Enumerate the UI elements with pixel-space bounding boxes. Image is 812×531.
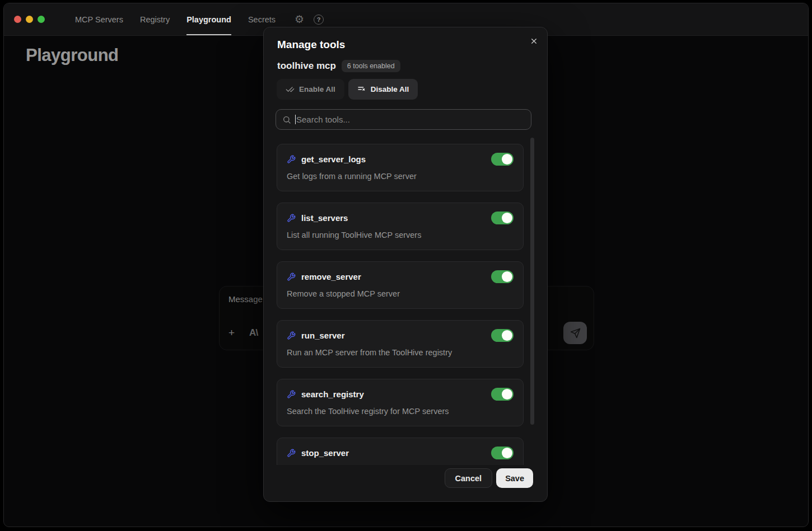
minimize-window-button[interactable] [26,16,33,23]
text-caret [295,115,296,124]
tool-toggle[interactable] [491,153,514,166]
tool-toggle[interactable] [491,447,514,459]
enable-all-label: Enable All [299,85,335,93]
tool-toggle[interactable] [491,388,514,401]
close-dialog-button[interactable] [528,35,539,46]
toggle-knob [502,154,512,165]
toggle-knob [502,389,512,400]
tool-card: search_registry Search the ToolHive regi… [277,379,524,426]
help-icon[interactable]: ? [314,15,324,25]
search-box [276,109,531,130]
tool-toggle[interactable] [491,270,514,283]
main-nav: MCP ServersRegistryPlaygroundSecrets [68,3,282,35]
window-controls [14,16,45,23]
tool-card-header: list_servers [287,212,514,224]
tool-toggle[interactable] [491,212,514,224]
dialog-title: Manage tools [277,39,345,51]
tool-description: Run an MCP server from the ToolHive regi… [287,348,514,357]
tool-card: remove_server Remove a stopped MCP serve… [277,261,524,309]
nav-tab-mcp-servers[interactable]: MCP Servers [68,3,130,35]
list-x-icon [357,85,366,94]
tool-card: stop_server [277,438,524,465]
wrench-icon [287,272,296,281]
tools-enabled-badge: 6 tools enabled [342,60,400,72]
save-button[interactable]: Save [496,468,533,488]
maximize-window-button[interactable] [38,16,45,23]
tool-list: get_server_logs Get logs from a running … [277,135,524,465]
tool-name: stop_server [301,448,349,458]
server-row: toolhive mcp 6 tools enabled [277,60,400,72]
enable-all-button[interactable]: Enable All [277,79,344,100]
tool-card-header: search_registry [287,388,514,401]
disable-all-label: Disable All [371,85,409,93]
nav-tab-registry[interactable]: Registry [133,3,176,35]
tool-description: List all running ToolHive MCP servers [287,231,514,239]
tool-description: Search the ToolHive registry for MCP ser… [287,407,514,416]
manage-tools-dialog: Manage tools toolhive mcp 6 tools enable… [263,27,548,502]
tool-card: run_server Run an MCP server from the To… [277,320,524,368]
check-check-icon [286,85,295,94]
tool-card-header: remove_server [287,270,514,283]
tool-card-header: run_server [287,329,514,342]
tool-name: run_server [301,331,345,340]
tool-card-header: stop_server [287,447,514,459]
close-window-button[interactable] [14,16,21,23]
settings-icon[interactable]: ⚙ [295,14,304,25]
toggle-knob [502,330,512,341]
tool-card: get_server_logs Get logs from a running … [277,144,524,191]
bulk-actions: Enable All Disable All [277,79,418,100]
wrench-icon [287,331,296,340]
wrench-icon [287,449,296,458]
wrench-icon [287,390,296,399]
dialog-footer: Cancel Save [445,468,533,488]
toggle-knob [502,448,512,458]
disable-all-button[interactable]: Disable All [348,79,418,100]
tool-description: Remove a stopped MCP server [287,289,514,298]
cancel-button[interactable]: Cancel [445,468,493,488]
server-name: toolhive mcp [277,60,336,72]
tool-name: remove_server [301,272,361,281]
toggle-knob [502,213,512,223]
tool-toggle[interactable] [491,329,514,342]
tool-description: Get logs from a running MCP server [287,172,514,181]
search-icon [282,115,291,124]
close-icon [530,37,538,45]
tool-list-scrollbar[interactable] [530,138,534,425]
tool-card: list_servers List all running ToolHive M… [277,203,524,250]
wrench-icon [287,214,296,223]
tool-name: get_server_logs [301,154,366,164]
nav-tab-playground[interactable]: Playground [180,3,238,35]
toggle-knob [502,271,512,282]
titlebar-icons: ⚙ ? [295,14,324,25]
search-tools-input[interactable] [296,115,525,124]
wrench-icon [287,155,296,164]
tool-name: search_registry [301,389,364,399]
tool-name: list_servers [301,213,348,223]
tool-card-header: get_server_logs [287,153,514,166]
